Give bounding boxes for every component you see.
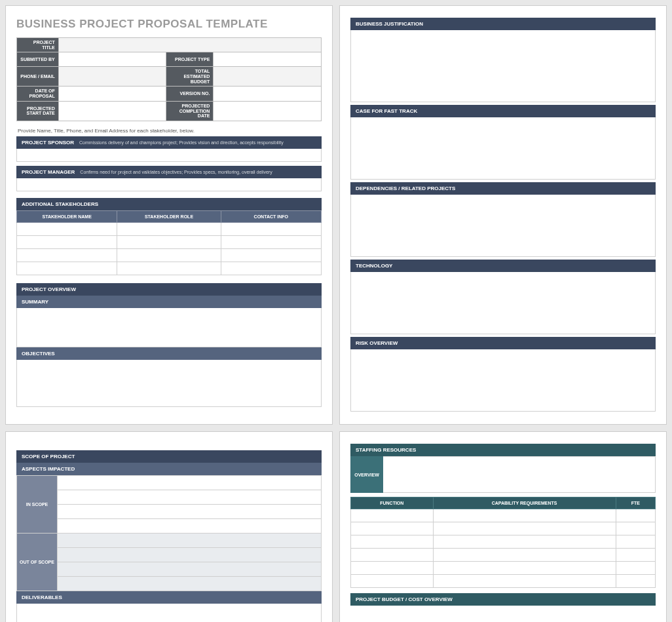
business-justification-header: BUSINESS JUSTIFICATION — [350, 18, 656, 30]
value-projected-completion[interactable] — [214, 101, 322, 121]
value-version[interactable] — [214, 87, 322, 101]
project-manager-value[interactable] — [16, 178, 322, 191]
project-manager-header: PROJECT MANAGER Confirms need for projec… — [16, 166, 322, 178]
table-row[interactable] — [351, 535, 656, 549]
project-sponsor-desc: Commissions delivery of and champions pr… — [79, 140, 284, 145]
technology-value[interactable] — [350, 272, 656, 334]
project-sponsor-label: PROJECT SPONSOR — [22, 140, 74, 146]
col-fte: FTE — [616, 497, 655, 509]
overview-label: OVERVIEW — [350, 456, 383, 493]
stakeholder-note: Provide Name, Title, Phone, and Email Ad… — [18, 128, 322, 134]
technology-header: TECHNOLOGY — [350, 260, 656, 272]
out-scope-label: OUT OF SCOPE — [17, 534, 58, 591]
label-date-proposal: DATE OF PROPOSAL — [17, 87, 59, 101]
budget-header: PROJECT BUDGET / COST OVERVIEW — [350, 593, 656, 606]
page-title: BUSINESS PROJECT PROPOSAL TEMPLATE — [16, 18, 322, 31]
label-project-type: PROJECT TYPE — [166, 52, 214, 67]
table-row[interactable] — [58, 490, 322, 505]
table-row[interactable] — [58, 562, 322, 577]
table-row[interactable] — [351, 562, 656, 575]
dependencies-value[interactable] — [350, 195, 656, 257]
value-project-type[interactable] — [214, 52, 322, 67]
value-total-budget[interactable] — [214, 67, 322, 87]
business-justification-value[interactable] — [350, 30, 656, 102]
fasttrack-value[interactable] — [350, 117, 656, 180]
label-projected-start: PROJECTED START DATE — [17, 101, 59, 121]
col-contact-info: CONTACT INFO — [221, 210, 321, 222]
staffing-overview-row: OVERVIEW — [350, 456, 656, 493]
value-submitted-by[interactable] — [58, 52, 166, 67]
project-info-table: PROJECT TITLE SUBMITTED BY PROJECT TYPE … — [16, 37, 322, 121]
project-manager-label: PROJECT MANAGER — [22, 169, 75, 175]
page-bottom-right: STAFFING RESOURCES OVERVIEW FUNCTION CAP… — [339, 431, 667, 622]
value-project-title[interactable] — [58, 38, 321, 52]
table-row[interactable] — [351, 522, 656, 535]
project-overview-header: PROJECT OVERVIEW — [16, 283, 322, 296]
table-row[interactable] — [17, 222, 322, 235]
table-row[interactable] — [351, 509, 656, 522]
table-row[interactable] — [58, 505, 322, 519]
table-row[interactable] — [351, 575, 656, 588]
staffing-table: FUNCTION CAPABILITY REQUIREMENTS FTE — [350, 497, 656, 588]
deliverables-header: DELIVERABLES — [16, 591, 322, 604]
page-top-left: BUSINESS PROJECT PROPOSAL TEMPLATE PROJE… — [5, 5, 333, 425]
value-phone-email[interactable] — [58, 67, 166, 87]
label-version: VERSION NO. — [166, 87, 214, 101]
project-sponsor-value[interactable] — [16, 149, 322, 162]
table-row[interactable] — [58, 577, 322, 591]
label-projected-completion: PROJECTED COMPLETION DATE — [166, 101, 214, 121]
value-date-proposal[interactable] — [58, 87, 166, 101]
page-bottom-left: SCOPE OF PROJECT ASPECTS IMPACTED IN SCO… — [5, 431, 333, 622]
table-row[interactable] — [58, 519, 322, 534]
label-project-title: PROJECT TITLE — [17, 38, 59, 52]
table-row[interactable] — [17, 248, 322, 262]
col-function: FUNCTION — [351, 497, 434, 509]
label-submitted-by: SUBMITTED BY — [17, 52, 59, 67]
staffing-header: STAFFING RESOURCES — [350, 444, 656, 456]
label-phone-email: PHONE / EMAIL — [17, 67, 59, 87]
table-row[interactable] — [17, 235, 322, 248]
table-row[interactable] — [58, 534, 322, 548]
page-top-right: BUSINESS JUSTIFICATION CASE FOR FAST TRA… — [339, 5, 667, 425]
scope-table: IN SCOPE OUT OF SCOPE — [16, 475, 322, 591]
table-row[interactable] — [351, 549, 656, 562]
summary-value[interactable] — [16, 308, 322, 347]
col-capability: CAPABILITY REQUIREMENTS — [433, 497, 616, 509]
scope-header: SCOPE OF PROJECT — [16, 450, 322, 463]
fasttrack-header: CASE FOR FAST TRACK — [350, 105, 656, 117]
objectives-header: OBJECTIVES — [16, 347, 322, 360]
overview-value[interactable] — [383, 456, 656, 493]
col-stakeholder-role: STAKEHOLDER ROLE — [117, 210, 221, 222]
project-manager-desc: Confirms need for project and validates … — [80, 170, 272, 174]
col-stakeholder-name: STAKEHOLDER NAME — [17, 210, 117, 222]
table-row[interactable] — [58, 548, 322, 562]
summary-header: SUMMARY — [16, 296, 322, 308]
project-sponsor-header: PROJECT SPONSOR Commissions delivery of … — [16, 136, 322, 149]
risk-header: RISK OVERVIEW — [350, 337, 656, 349]
objectives-value[interactable] — [16, 360, 322, 407]
dependencies-header: DEPENDENCIES / RELATED PROJECTS — [350, 182, 656, 195]
additional-stakeholders-header: ADDITIONAL STAKEHOLDERS — [16, 198, 322, 210]
aspects-header: ASPECTS IMPACTED — [16, 463, 322, 475]
value-projected-start[interactable] — [58, 101, 166, 121]
deliverables-value[interactable] — [16, 604, 322, 622]
risk-value[interactable] — [350, 349, 656, 412]
in-scope-label: IN SCOPE — [17, 476, 58, 534]
table-row[interactable] — [17, 262, 322, 275]
label-total-budget: TOTAL ESTIMATED BUDGET — [166, 67, 214, 87]
table-row[interactable] — [58, 476, 322, 490]
stakeholder-table: STAKEHOLDER NAME STAKEHOLDER ROLE CONTAC… — [16, 210, 322, 275]
